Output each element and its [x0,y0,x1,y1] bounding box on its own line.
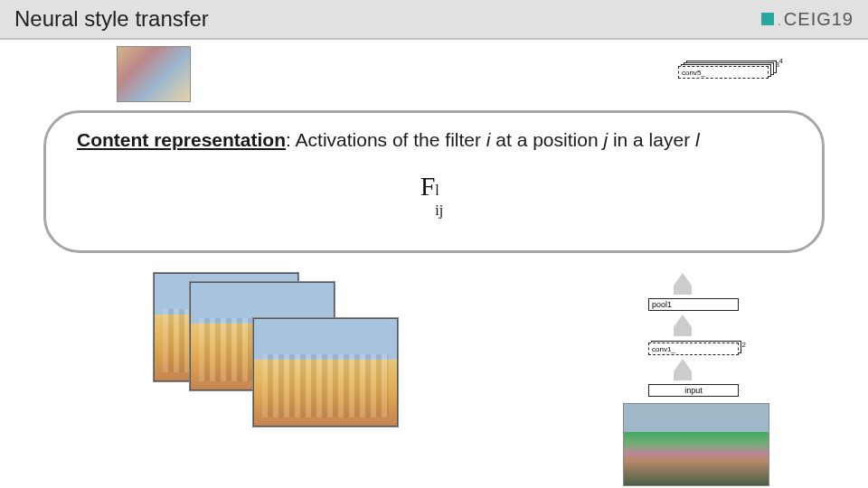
callout-text-3: in a layer [608,129,695,150]
pool1-label: pool1 [652,300,672,309]
formula-sub: ij [435,202,443,219]
conv1-stack: conv1_ 1 2 [648,335,757,355]
conv5-label: conv5_ [678,66,769,79]
title-bar: Neural style transfer . CEIG 19 [0,0,868,40]
pool1-box: pool1 [648,298,739,311]
conference-logo: . CEIG 19 [761,9,854,30]
input-image-thumb [624,404,769,485]
callout-text-2: at a position [490,129,603,150]
input-label: input [684,386,703,395]
stack-idx-2: 2 [742,341,746,349]
arrow-up-icon [674,273,692,286]
arrow-body [674,286,692,295]
stack-idx-4: 4 [779,57,783,65]
logo-year: 19 [832,9,854,30]
arrow-up-icon [674,314,692,327]
thumb-conv1a [253,318,398,427]
formula: F l ij [77,171,798,202]
reconstruction-thumbs [118,47,533,463]
arrow-up-icon [674,359,692,371]
conv1-label: conv1_ [648,343,739,355]
conv5-stack: conv5_ 1 2 3 4 [678,59,787,79]
var-l: l [695,129,700,150]
thumb-conv5 [118,47,190,101]
logo-text: . CEIG 19 [778,9,854,30]
callout-text-1: : Activations of the filter [286,129,486,150]
callout-sentence: Content representation: Activations of t… [77,129,798,151]
logo-name: CEIG [784,9,832,30]
formula-F: F [420,171,436,201]
input-box: input [648,384,739,397]
logo-icon [761,13,774,25]
callout-heading: Content representation [77,129,286,150]
content-representation-callout: Content representation: Activations of t… [43,110,825,253]
formula-sup: l [435,183,439,199]
page-title: Neural style transfer [14,6,209,32]
arrow-body [674,371,692,380]
